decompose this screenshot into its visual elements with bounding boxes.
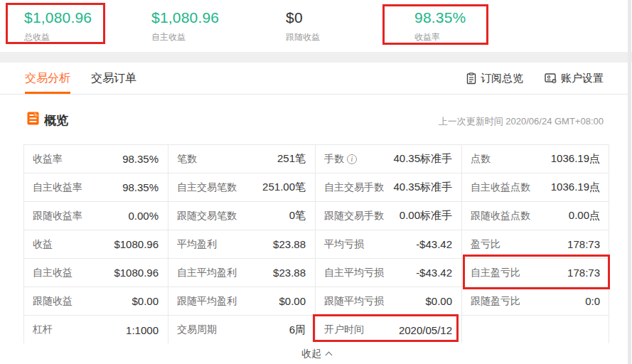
cell-label: 笔数 xyxy=(177,153,197,166)
cell-label: 自主收益 xyxy=(33,267,73,279)
cell-label: 自主盈亏比 xyxy=(471,267,520,279)
cell-label: 自主平均盈利 xyxy=(177,267,237,279)
cell-label: 交易周期 xyxy=(177,323,217,336)
stat-value: 98.35% xyxy=(414,9,466,26)
cell-label: 跟随平均亏损 xyxy=(324,295,384,308)
document-icon xyxy=(27,112,39,128)
cell-label: 点数 xyxy=(471,153,491,166)
tab-actions: 订阅总览 账户设置 xyxy=(466,63,604,94)
cell-label: 自主交易手数 xyxy=(324,181,384,194)
cell-value: 1:1000 xyxy=(126,324,159,336)
cell-label: 收益 xyxy=(33,238,53,251)
cell-label: 杠杆 xyxy=(33,323,53,336)
last-update-time: 上一次更新时间 2020/06/24 GMT+08:00 xyxy=(439,115,604,128)
table-cell: 跟随平均盈利$0.00 xyxy=(168,287,316,316)
cell-label: 手数i xyxy=(324,153,357,166)
stat-value: $1,080.96 xyxy=(24,9,92,26)
cell-value: $23.88 xyxy=(273,267,306,279)
cell-label: 跟随交易手数 xyxy=(324,210,384,223)
table-cell: 自主交易手数40.35标准手 xyxy=(316,173,462,202)
stat-card-self-profit: $1,080.96 自主收益 xyxy=(151,9,219,43)
tab-bar: 交易分析 交易订单 订阅总览 账户设置 xyxy=(0,63,628,95)
cell-value: 0:0 xyxy=(585,295,600,307)
collapse-toggle[interactable]: 收起 xyxy=(23,343,609,364)
cell-value: 6周 xyxy=(289,323,306,337)
info-icon[interactable]: i xyxy=(347,154,357,164)
cell-label: 自主交易笔数 xyxy=(177,181,237,194)
cell-value: 40.35标准手 xyxy=(393,181,452,194)
table-cell-self-profit-loss-ratio: 自主盈亏比178:73 xyxy=(462,259,609,287)
overview-header: 概览 上一次更新时间 2020/06/24 GMT+08:00 xyxy=(0,95,628,144)
table-cell: 手数i40.35标准手 xyxy=(316,145,462,173)
account-settings-label: 账户设置 xyxy=(561,72,604,85)
scrollbar-track[interactable] xyxy=(628,0,631,364)
table-cell: 跟随平均亏损$0.00 xyxy=(316,287,462,316)
stat-label: 收益率 xyxy=(414,31,466,43)
table-cell: 跟随交易笔数0笔 xyxy=(168,202,316,230)
stat-value: $0 xyxy=(286,9,320,26)
cell-label: 平均盈利 xyxy=(177,238,217,251)
cell-value: $1080.96 xyxy=(114,267,159,279)
cell-value: $23.88 xyxy=(273,238,306,250)
table-cell: 自主收益$1080.96 xyxy=(24,259,168,287)
cell-label: 跟随收益点数 xyxy=(471,210,530,223)
cell-value: 2020/05/12 xyxy=(399,324,452,336)
stat-value: $1,080.96 xyxy=(151,9,219,26)
cell-value: 178:73 xyxy=(567,238,600,250)
cell-value: 0.00% xyxy=(128,210,159,222)
table-cell: 盈亏比178:73 xyxy=(462,230,609,259)
table-cell: 交易周期6周 xyxy=(168,316,316,344)
cell-value: 251.00笔 xyxy=(262,181,306,194)
cell-value: 0笔 xyxy=(289,209,306,223)
cell-value: -$43.42 xyxy=(416,238,452,250)
table-cell: 跟随收益点数0.00点 xyxy=(462,202,609,230)
tab-trade-analysis[interactable]: 交易分析 xyxy=(25,63,70,94)
table-cell: 自主平均亏损-$43.42 xyxy=(316,259,462,287)
stat-label: 总收益 xyxy=(24,31,92,43)
subscription-overview-label: 订阅总览 xyxy=(481,72,523,85)
chevron-up-icon xyxy=(326,352,333,359)
cell-value: 1036.19点 xyxy=(551,152,600,166)
stat-card-follow-profit: $0 跟随收益 xyxy=(286,9,320,43)
table-cell: 平均亏损-$43.42 xyxy=(316,230,462,259)
stats-bar: $1,080.96 总收益 $1,080.96 自主收益 $0 跟随收益 98.… xyxy=(0,0,628,52)
cell-value: -$43.42 xyxy=(416,267,452,279)
cell-label-text: 手数 xyxy=(324,153,344,166)
active-tab-underline xyxy=(25,92,70,94)
stat-label: 跟随收益 xyxy=(286,31,320,43)
cell-label: 跟随收益 xyxy=(33,295,73,308)
cell-value: 1036.19点 xyxy=(551,181,600,194)
overview-table: 收益率98.35% 笔数251笔 手数i40.35标准手 点数1036.19点 … xyxy=(23,144,609,344)
table-cell: 笔数251笔 xyxy=(168,145,316,173)
cell-label: 开户时间 xyxy=(324,323,364,336)
cell-value: 251笔 xyxy=(277,152,306,166)
cell-label: 自主收益率 xyxy=(33,181,82,194)
cell-label: 跟随交易笔数 xyxy=(177,210,237,223)
table-cell: 跟随盈亏比0:0 xyxy=(462,287,609,316)
cell-value: 178:73 xyxy=(567,267,600,279)
cell-value: 98.35% xyxy=(122,153,159,165)
trading-analysis-page: $1,080.96 总收益 $1,080.96 自主收益 $0 跟随收益 98.… xyxy=(0,0,632,364)
table-cell: 自主收益率98.35% xyxy=(24,173,168,202)
table-cell-account-open-date: 开户时间2020/05/12 xyxy=(316,316,462,344)
cell-value: 0.00标准手 xyxy=(400,209,452,223)
account-gear-icon xyxy=(545,73,557,84)
cell-value: $1080.96 xyxy=(114,238,159,250)
account-settings-link[interactable]: 账户设置 xyxy=(545,72,604,85)
cell-value: $0.00 xyxy=(279,295,306,307)
stat-card-total-profit: $1,080.96 总收益 xyxy=(24,9,92,43)
cell-value: 98.35% xyxy=(122,181,159,193)
cell-label: 平均亏损 xyxy=(324,238,364,251)
subscription-overview-link[interactable]: 订阅总览 xyxy=(466,72,523,85)
tab-trade-orders[interactable]: 交易订单 xyxy=(91,63,136,94)
table-cell: 收益率98.35% xyxy=(24,145,168,173)
overview-title: 概览 xyxy=(44,112,68,129)
table-cell: 点数1036.19点 xyxy=(462,145,609,173)
cell-label: 自主平均亏损 xyxy=(324,267,384,279)
stat-card-profit-rate: 98.35% 收益率 xyxy=(414,9,466,43)
table-cell: 自主交易笔数251.00笔 xyxy=(168,173,316,202)
cell-value: $0.00 xyxy=(425,295,452,307)
table-cell: 自主平均盈利$23.88 xyxy=(168,259,316,287)
cell-value: 0.00点 xyxy=(569,209,600,223)
cell-label: 收益率 xyxy=(33,153,63,166)
